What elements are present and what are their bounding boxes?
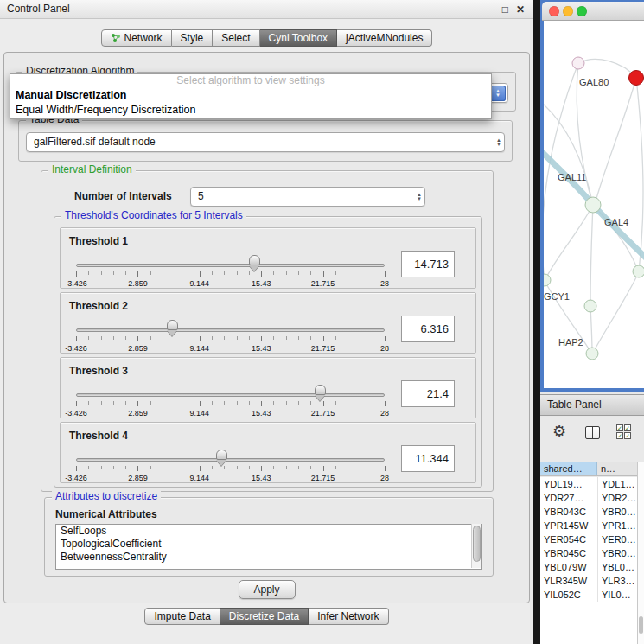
network-node[interactable] bbox=[585, 197, 601, 213]
combo-arrows-icon[interactable]: ▲▼ bbox=[496, 138, 501, 147]
traffic-light-zoom[interactable] bbox=[577, 6, 587, 16]
table-row[interactable]: YBR043CYBR0… bbox=[540, 505, 637, 519]
table-cell[interactable]: YPR145W bbox=[540, 519, 597, 532]
table-row[interactable]: YBR045CYBR0… bbox=[540, 546, 637, 560]
threshold-slider[interactable]: -3.4262.8599.14415.4321.71528 bbox=[76, 447, 385, 483]
network-icon bbox=[111, 33, 121, 43]
table-cell[interactable]: YBR043C bbox=[540, 505, 597, 519]
slider-track[interactable] bbox=[76, 328, 385, 332]
tab-infer-network[interactable]: Infer Network bbox=[309, 608, 388, 625]
threshold-value-field[interactable]: 21.4 bbox=[401, 380, 455, 407]
network-node[interactable] bbox=[544, 274, 551, 286]
table-cell[interactable]: YDL1… bbox=[597, 477, 637, 491]
apply-button[interactable]: Apply bbox=[239, 580, 296, 599]
combo-arrows-icon[interactable]: ▲▼ bbox=[490, 86, 506, 101]
table-row[interactable]: YER054CYER0… bbox=[540, 532, 637, 546]
table-cell[interactable]: YLR3… bbox=[597, 574, 637, 588]
table-toolbar: ⚙ ✓✓ ✓✓ bbox=[540, 417, 644, 450]
threshold-value-field[interactable]: 14.713 bbox=[401, 251, 455, 277]
numerical-attributes-list[interactable]: SelfLoopsTopologicalCoefficientBetweenne… bbox=[55, 524, 482, 570]
tab-discretize-data[interactable]: Discretize Data bbox=[220, 608, 309, 625]
slider-track[interactable] bbox=[76, 393, 385, 397]
settings-gear-icon[interactable]: ⚙ bbox=[552, 422, 566, 441]
table-row[interactable]: YIL052CYIL0… bbox=[540, 588, 637, 602]
panel-divider bbox=[533, 0, 540, 644]
column-header[interactable]: n… bbox=[597, 462, 637, 475]
number-of-intervals-combobox[interactable]: 5 ▲▼ bbox=[190, 187, 425, 207]
table-cell[interactable]: YBR0… bbox=[597, 546, 637, 560]
table-cell[interactable]: YDR27… bbox=[540, 491, 597, 505]
list-scrollbar[interactable] bbox=[471, 524, 481, 568]
slider-track[interactable] bbox=[76, 264, 385, 267]
column-header[interactable]: shared… bbox=[540, 462, 597, 475]
table-cell[interactable]: YPR1… bbox=[597, 519, 637, 532]
network-node[interactable] bbox=[633, 265, 644, 277]
threshold-value-field[interactable]: 11.344 bbox=[401, 445, 455, 472]
table-cell[interactable]: YER054C bbox=[540, 532, 597, 546]
table-cell[interactable]: YBL079W bbox=[540, 560, 597, 574]
group-title: Attributes to discretize bbox=[52, 491, 161, 502]
tab-select[interactable]: Select bbox=[213, 29, 259, 47]
table-cell[interactable]: YER0… bbox=[597, 532, 637, 546]
table-cell[interactable]: YBR0… bbox=[597, 505, 637, 519]
numerical-attributes-label: Numerical Attributes bbox=[55, 508, 157, 520]
tab-jactivemnodules[interactable]: jActiveMNodules bbox=[337, 29, 432, 47]
scrollbar-thumb[interactable] bbox=[473, 526, 481, 562]
float-button[interactable]: □ bbox=[502, 1, 508, 19]
table-row[interactable]: YDR27…YDR2… bbox=[540, 491, 637, 505]
select-rows-icon[interactable]: ✓✓ ✓✓ bbox=[616, 424, 634, 441]
network-canvas[interactable]: GAL80 GAL11 GAL4 GCY1 HAP2 bbox=[544, 21, 644, 388]
slider-thumb[interactable] bbox=[216, 450, 227, 460]
tab-network[interactable]: Network bbox=[101, 29, 172, 47]
close-button[interactable]: ✕ bbox=[516, 1, 525, 19]
network-node[interactable] bbox=[584, 300, 596, 312]
table-cell[interactable]: YBL0… bbox=[597, 560, 637, 574]
combo-arrows-icon[interactable]: ▲▼ bbox=[417, 193, 422, 201]
table-data-combobox[interactable]: galFiltered.sif default node ▲▼ bbox=[26, 132, 505, 152]
traffic-light-minimize[interactable] bbox=[563, 6, 573, 16]
threshold-label: Threshold 4 bbox=[69, 430, 128, 442]
table-row[interactable]: YBL079WYBL0… bbox=[540, 560, 637, 574]
threshold-label: Threshold 2 bbox=[69, 300, 128, 312]
column-selector-icon[interactable] bbox=[585, 426, 600, 439]
control-panel-window: Control Panel □ ✕ Network Style bbox=[0, 0, 533, 644]
slider-track[interactable] bbox=[76, 458, 385, 462]
scrollbar-thumb[interactable] bbox=[639, 616, 643, 634]
table-row[interactable]: YPR145WYPR1… bbox=[540, 519, 637, 532]
table-cell[interactable]: YLR345W bbox=[540, 574, 597, 588]
network-node[interactable] bbox=[586, 348, 598, 360]
attribute-item[interactable]: TopologicalCoefficient bbox=[56, 538, 481, 551]
table-scrollbar[interactable] bbox=[637, 462, 644, 644]
tab-label: Style bbox=[181, 30, 204, 46]
slider-thumb[interactable] bbox=[249, 255, 260, 265]
dropdown-option[interactable]: Manual Discretization bbox=[10, 88, 491, 103]
network-titlebar[interactable] bbox=[542, 2, 644, 21]
slider-tick-labels: -3.4262.8599.14415.4321.71528 bbox=[76, 344, 385, 353]
threshold-value-field[interactable]: 6.316 bbox=[401, 316, 455, 342]
threshold-slider[interactable]: -3.4262.8599.14415.4321.71528 bbox=[76, 317, 385, 354]
table-cell[interactable]: YIL0… bbox=[597, 588, 637, 602]
table-cell[interactable]: YDR2… bbox=[597, 491, 637, 505]
combo-value: galFiltered.sif default node bbox=[34, 133, 483, 151]
table-row[interactable]: YLR345WYLR3… bbox=[540, 574, 637, 588]
network-node-selected[interactable] bbox=[629, 71, 644, 86]
titlebar: Control Panel □ ✕ bbox=[0, 0, 533, 19]
threshold-slider[interactable]: -3.4262.8599.14415.4321.71528 bbox=[76, 252, 385, 289]
network-node[interactable] bbox=[572, 57, 584, 69]
table-cell[interactable]: YIL052C bbox=[540, 588, 597, 602]
attribute-item[interactable]: BetweennessCentrality bbox=[56, 551, 481, 564]
threshold-slider[interactable]: -3.4262.8599.14415.4321.71528 bbox=[76, 382, 385, 418]
table-body: YDL19…YDL1…YDR27…YDR2…YBR043CYBR0…YPR145… bbox=[540, 477, 637, 644]
tab-style[interactable]: Style bbox=[172, 29, 214, 47]
tab-cyni-toolbox[interactable]: Cyni Toolbox bbox=[260, 29, 337, 47]
dropdown-option[interactable]: Equal Width/Frequency Discretization bbox=[10, 103, 491, 118]
table-cell[interactable]: YBR045C bbox=[540, 546, 597, 560]
table-cell[interactable]: YDL19… bbox=[540, 477, 597, 491]
tab-label: Select bbox=[221, 30, 250, 46]
slider-thumb[interactable] bbox=[315, 385, 326, 395]
table-row[interactable]: YDL19…YDL1… bbox=[540, 477, 637, 491]
tab-impute-data[interactable]: Impute Data bbox=[144, 608, 220, 625]
attribute-item[interactable]: SelfLoops bbox=[56, 525, 481, 538]
traffic-light-close[interactable] bbox=[549, 6, 559, 16]
slider-thumb[interactable] bbox=[167, 320, 178, 330]
